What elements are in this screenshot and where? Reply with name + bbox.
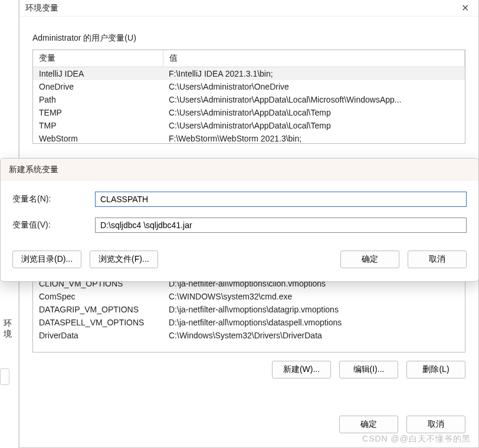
dialog-ok-button[interactable]: 确定 [340,251,399,268]
var-name: WebStorm [33,132,163,144]
var-name: IntelliJ IDEA [33,67,163,81]
side-label: 环境 [4,318,18,340]
window-titlebar: 环境变量 ✕ [19,0,478,17]
var-value: D:\ja-netfilter-all\vmoptions\dataspell.… [163,316,465,329]
table-row[interactable]: IntelliJ IDEA F:\IntelliJ IDEA 2021.3.1\… [33,67,465,81]
column-header-variable[interactable]: 变量 [33,50,163,67]
table-row[interactable]: DATAGRIP_VM_OPTIONS D:\ja-netfilter-all\… [33,303,465,316]
system-vars-table[interactable]: CLION_VM_OPTIONS D:\ja-netfilter-all\vmo… [32,277,465,353]
var-value: C:\Users\Administrator\OneDrive [163,80,465,93]
new-system-var-button[interactable]: 新建(W)... [272,361,331,378]
var-name: DATAGRIP_VM_OPTIONS [33,303,163,316]
table-row[interactable]: DriverData C:\Windows\System32\Drivers\D… [33,329,465,342]
var-name: DriverData [33,329,163,342]
var-value: C:\Users\Administrator\AppData\Local\Tem… [163,119,465,132]
delete-system-var-button[interactable]: 删除(L) [406,361,465,378]
table-row[interactable]: DATASPELL_VM_OPTIONS D:\ja-netfilter-all… [33,316,465,329]
table-row[interactable]: WebStorm F:\WebStorm\WebStorm 2021.3\bin… [33,132,465,144]
variable-value-label: 变量值(V): [12,220,95,230]
ok-button[interactable]: 确定 [339,416,398,433]
var-value: D:\ja-netfilter-all\vmoptions\datagrip.v… [163,303,465,316]
new-system-variable-dialog: 新建系统变量 变量名(N): 变量值(V): 浏览目录(D)... 浏览文件(F… [0,158,479,282]
dialog-title: 新建系统变量 [1,159,478,181]
browse-directory-button[interactable]: 浏览目录(D)... [12,251,81,268]
cancel-button[interactable]: 取消 [406,416,465,433]
column-header-value[interactable]: 值 [163,50,465,67]
dialog-cancel-button[interactable]: 取消 [408,251,467,268]
var-value: C:\Users\Administrator\AppData\Local\Mic… [163,93,465,106]
close-icon[interactable]: ✕ [458,2,473,14]
table-row[interactable]: ComSpec C:\WINDOWS\system32\cmd.exe [33,290,465,303]
table-row[interactable]: Path C:\Users\Administrator\AppData\Loca… [33,93,465,106]
var-name: DATASPELL_VM_OPTIONS [33,316,163,329]
var-value: C:\Users\Administrator\AppData\Local\Tem… [163,106,465,119]
var-value: C:\WINDOWS\system32\cmd.exe [163,290,465,303]
variable-name-input[interactable] [95,192,467,207]
var-name: ComSpec [33,290,163,303]
var-name: TMP [33,119,163,132]
var-name: OneDrive [33,80,163,93]
var-value: F:\WebStorm\WebStorm 2021.3\bin; [163,132,465,144]
var-name: Path [33,93,163,106]
user-vars-table[interactable]: 变量 值 IntelliJ IDEA F:\IntelliJ IDEA 2021… [32,50,465,144]
variable-name-label: 变量名(N): [12,194,95,205]
var-name: TEMP [33,106,163,119]
edit-system-var-button[interactable]: 编辑(I)... [339,361,398,378]
var-value: C:\Windows\System32\Drivers\DriverData [163,329,465,342]
window-title: 环境变量 [25,3,58,14]
user-vars-section-label: Administrator 的用户变量(U) [32,33,478,44]
variable-value-input[interactable] [95,218,467,233]
table-row[interactable]: TMP C:\Users\Administrator\AppData\Local… [33,119,465,132]
browse-file-button[interactable]: 浏览文件(F)... [90,251,158,268]
table-row[interactable]: OneDrive C:\Users\Administrator\OneDrive [33,80,465,93]
table-row[interactable]: TEMP C:\Users\Administrator\AppData\Loca… [33,106,465,119]
side-button-fragment[interactable] [0,368,9,385]
var-value: F:\IntelliJ IDEA 2021.3.1\bin; [163,67,465,81]
